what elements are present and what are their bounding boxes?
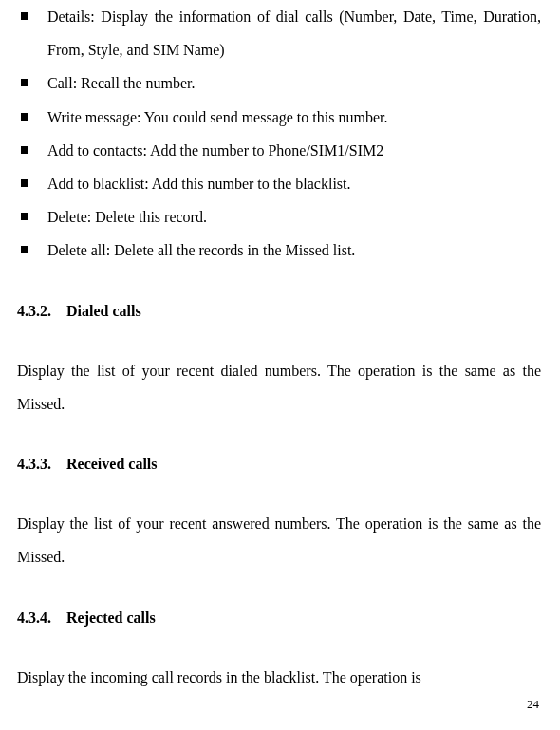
section-title: Dialed calls: [66, 303, 141, 319]
list-item: Delete all: Delete all the records in th…: [17, 234, 541, 267]
section-body: Display the list of your recent answered…: [17, 507, 541, 573]
list-item: Write message: You could send message to…: [17, 101, 541, 134]
section-number: 4.3.4.: [17, 601, 51, 634]
bullet-list: Details: Display the information of dial…: [17, 0, 541, 268]
section-body: Display the incoming call records in the…: [17, 661, 541, 694]
list-item: Call: Recall the number.: [17, 66, 541, 100]
section-title: Received calls: [66, 456, 158, 472]
section-number: 4.3.2.: [17, 294, 51, 328]
list-item: Details: Display the information of dial…: [17, 0, 541, 66]
section-heading-dialed-calls: 4.3.2.Dialed calls: [17, 294, 541, 328]
list-item: Add to blacklist: Add this number to the…: [17, 167, 541, 200]
section-heading-rejected-calls: 4.3.4.Rejected calls: [17, 601, 541, 634]
list-item: Delete: Delete this record.: [17, 200, 541, 234]
section-title: Rejected calls: [66, 609, 156, 626]
list-item: Add to contacts: Add the number to Phone…: [17, 134, 541, 167]
section-heading-received-calls: 4.3.3.Received calls: [17, 447, 541, 480]
page-number: 24: [527, 691, 539, 719]
section-body: Display the list of your recent dialed n…: [17, 354, 541, 421]
section-number: 4.3.3.: [17, 447, 51, 480]
